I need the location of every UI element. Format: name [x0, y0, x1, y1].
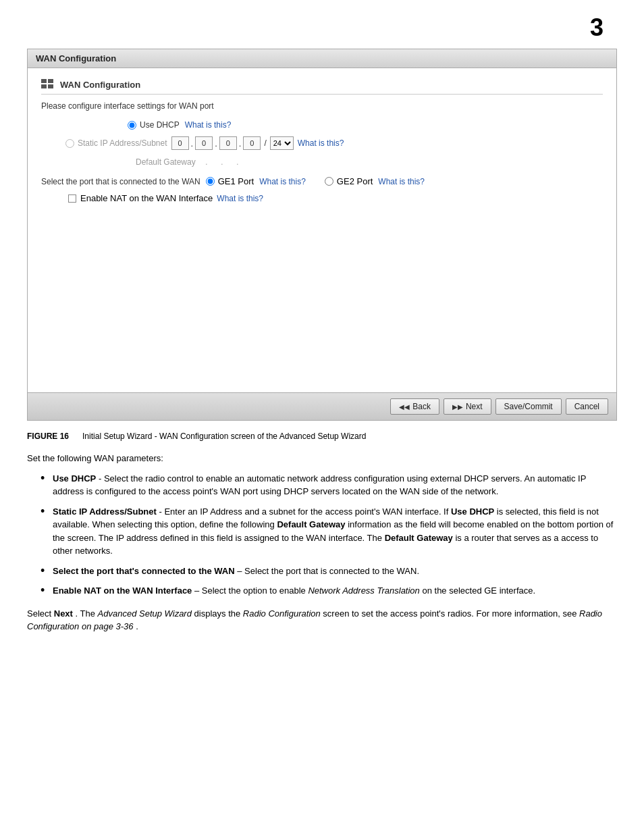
figure-caption-text: Initial Setup Wizard - WAN Configuration…	[82, 432, 366, 441]
nat-label: Enable NAT on the WAN Interface	[80, 193, 213, 203]
bullet-4-italic: Network Address Translation	[308, 585, 419, 596]
footer-text-5: .	[136, 621, 138, 631]
save-commit-label: Save/Commit	[504, 402, 553, 411]
ip-address-inputs: . . . / 24 8 16 32	[171, 136, 294, 150]
gw-placeholder-1: .	[200, 157, 213, 167]
footer-bold-next: Next	[54, 608, 73, 619]
footer-paragraph: Select Next . The Advanced Setup Wizard …	[27, 607, 617, 633]
svg-rect-0	[41, 79, 47, 83]
bullet-4-sep: –	[194, 585, 202, 596]
svg-rect-3	[48, 84, 53, 88]
use-dhcp-radio[interactable]	[128, 121, 136, 130]
bullet-4-text-after: on the selected GE interface.	[422, 585, 535, 596]
ge1-radio[interactable]	[206, 177, 215, 186]
ip-octet-1[interactable]	[171, 136, 189, 150]
footer-text-2: . The	[76, 608, 98, 619]
ip-slash: /	[262, 138, 268, 148]
nat-checkbox-icon	[68, 194, 76, 203]
ge2-label: GE2 Port	[337, 176, 373, 186]
next-label: Next	[466, 402, 483, 411]
list-item: Static IP Address/Subnet - Enter an IP A…	[41, 505, 617, 558]
bullet-3-term: Select the port that's connected to the …	[53, 566, 235, 576]
footer-text-1: Select	[27, 608, 54, 619]
port-selection-row: Select the port that is connected to the…	[41, 176, 603, 186]
page-number: 3	[27, 14, 617, 42]
ge1-label: GE1 Port	[218, 176, 254, 186]
figure-number: FIGURE 16	[27, 432, 69, 441]
wan-panel-body: WAN Configuration Please configure inter…	[28, 68, 616, 392]
ip-octet-4[interactable]	[243, 136, 261, 150]
section-title-text: WAN Configuration	[60, 80, 140, 90]
bullet-2-term: Static IP Address/Subnet	[53, 506, 157, 517]
wan-panel-footer: ◀◀ Back ▶▶ Next Save/Commit Cancel	[28, 392, 616, 420]
gw-placeholder-3: .	[231, 157, 244, 167]
next-icon: ▶▶	[452, 403, 463, 411]
static-ip-label: Static IP Address/Subnet	[78, 138, 167, 148]
port-row-label: Select the port that is connected to the…	[41, 177, 200, 186]
ge2-radio[interactable]	[325, 177, 333, 186]
list-item: Select the port that's connected to the …	[41, 565, 617, 578]
bullet-4-text-before: Select the option to enable	[202, 585, 308, 596]
use-dhcp-what-link[interactable]: What is this?	[185, 120, 232, 130]
list-item: Enable NAT on the WAN Interface – Select…	[41, 584, 617, 598]
nat-row: Enable NAT on the WAN Interface What is …	[68, 193, 603, 203]
footer-italic-2: Radio Configuration	[243, 608, 321, 619]
wan-configuration-panel: WAN Configuration WAN Configuration Plea…	[27, 49, 617, 421]
footer-text-4: screen to set the access point's radios.…	[323, 608, 579, 619]
default-gateway-row: Default Gateway . . .	[136, 157, 603, 167]
bullet-list: Use DHCP - Select the radio control to e…	[41, 472, 617, 598]
back-button[interactable]: ◀◀ Back	[390, 398, 439, 415]
back-label: Back	[412, 402, 431, 411]
next-button[interactable]: ▶▶ Next	[444, 398, 491, 415]
use-dhcp-row: Use DHCP What is this?	[41, 120, 603, 130]
bullet-1-term: Use DHCP	[53, 473, 96, 484]
use-dhcp-label: Use DHCP	[140, 120, 180, 130]
bullet-3-sep: –	[237, 566, 244, 576]
footer-text-3: displays the	[194, 608, 243, 619]
network-icon	[41, 79, 55, 90]
use-dhcp-option[interactable]: Use DHCP	[128, 120, 180, 130]
section-title: WAN Configuration	[41, 79, 603, 95]
svg-rect-2	[41, 84, 47, 88]
ge2-what-link[interactable]: What is this?	[378, 177, 425, 186]
static-ip-what-link[interactable]: What is this?	[298, 138, 344, 148]
bullet-4-term: Enable NAT on the WAN Interface	[53, 585, 192, 596]
subnet-select[interactable]: 24 8 16 32	[270, 136, 294, 150]
body-intro: Set the following WAN parameters:	[27, 452, 617, 465]
list-item: Use DHCP - Select the radio control to e…	[41, 472, 617, 498]
ip-octet-2[interactable]	[195, 136, 213, 150]
ip-dot-1: .	[190, 138, 194, 149]
ge1-port-option[interactable]: GE1 Port	[206, 176, 254, 186]
save-commit-button[interactable]: Save/Commit	[495, 398, 562, 415]
static-ip-option[interactable]: Static IP Address/Subnet	[65, 138, 167, 148]
figure-caption: FIGURE 16 Initial Setup Wizard - WAN Con…	[27, 432, 617, 441]
bullet-3-text: Select the port that is connected to the…	[244, 566, 419, 576]
static-ip-row: Static IP Address/Subnet . . . / 24 8 16…	[41, 136, 603, 150]
default-gateway-label: Default Gateway	[136, 157, 196, 167]
bullet-1-sep: -	[99, 473, 104, 484]
wan-subtitle: Please configure interface settings for …	[41, 101, 603, 111]
gw-placeholder-2: .	[215, 157, 229, 167]
static-ip-radio[interactable]	[65, 139, 74, 148]
ge1-what-link[interactable]: What is this?	[259, 177, 306, 186]
cancel-button[interactable]: Cancel	[566, 398, 608, 415]
gateway-inputs: . . .	[200, 157, 244, 167]
svg-rect-1	[48, 79, 53, 83]
ip-octet-3[interactable]	[219, 136, 237, 150]
footer-italic-1: Advanced Setup Wizard	[98, 608, 192, 619]
wan-panel-header: WAN Configuration	[28, 49, 616, 68]
bullet-1-text: Select the radio control to enable an au…	[53, 473, 586, 497]
ip-dot-2: .	[214, 138, 218, 149]
cancel-label: Cancel	[574, 402, 599, 411]
back-icon: ◀◀	[399, 403, 410, 411]
ip-dot-3: .	[238, 138, 242, 149]
ge2-port-option[interactable]: GE2 Port	[325, 176, 373, 186]
nat-what-link[interactable]: What is this?	[217, 194, 263, 203]
